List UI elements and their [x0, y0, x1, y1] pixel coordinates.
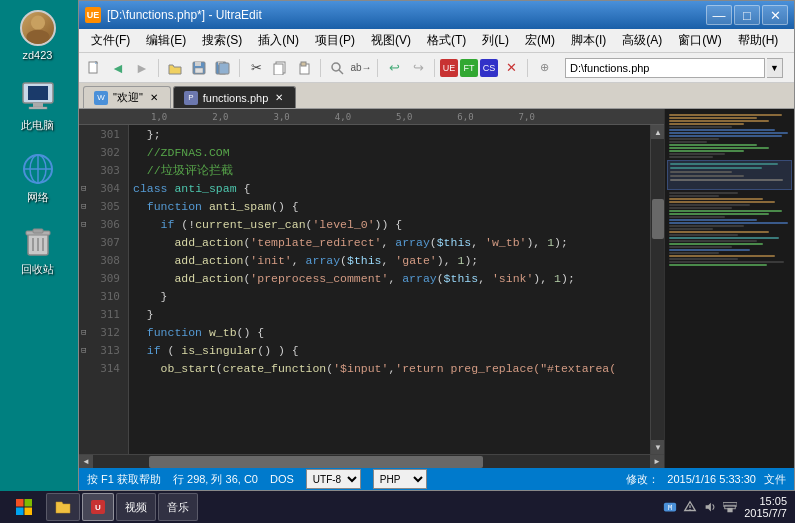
- taskbar-music[interactable]: 音乐: [158, 493, 198, 521]
- toolbar-replace-btn[interactable]: ab→: [350, 57, 372, 79]
- editor-main[interactable]: 1,0 2,0 3,0 4,0 5,0 6,0 7,0 301 302 303: [79, 109, 664, 468]
- status-help: 按 F1 获取帮助: [87, 472, 161, 487]
- toolbar-ue2-btn[interactable]: FT: [460, 59, 478, 77]
- mini-line-40: [669, 264, 767, 266]
- scroll-thumb[interactable]: [652, 199, 664, 239]
- network-icon: [20, 151, 56, 187]
- mini-line-v1: [670, 163, 778, 165]
- menu-column[interactable]: 列(L): [474, 30, 517, 51]
- toolbar-open-btn[interactable]: [164, 57, 186, 79]
- toolbar-paste-btn[interactable]: [293, 57, 315, 79]
- desktop-icons: zd423 此电脑: [0, 0, 75, 523]
- mini-line-3: [669, 120, 769, 122]
- toolbar-copy-btn[interactable]: [269, 57, 291, 79]
- mini-line-38: [669, 258, 738, 260]
- maximize-button[interactable]: □: [734, 5, 760, 25]
- toolbar-redo-btn[interactable]: ↪: [407, 57, 429, 79]
- tab-welcome[interactable]: W "欢迎" ✕: [83, 86, 171, 108]
- mini-line-36: [669, 252, 719, 254]
- hscroll-right-btn[interactable]: ►: [650, 455, 664, 469]
- menu-format[interactable]: 格式(T): [419, 30, 474, 51]
- svg-rect-26: [274, 64, 283, 75]
- horizontal-scrollbar[interactable]: ◄ ►: [79, 454, 664, 468]
- scroll-track[interactable]: [651, 139, 664, 440]
- toolbar-find-btn[interactable]: [326, 57, 348, 79]
- pc-icon: [20, 79, 56, 115]
- taskbar-ultraedit[interactable]: U: [82, 493, 114, 521]
- menu-help[interactable]: 帮助(H): [730, 30, 787, 51]
- mini-line-35: [669, 249, 750, 251]
- vertical-scrollbar[interactable]: ▲ ▼: [650, 125, 664, 454]
- menu-window[interactable]: 窗口(W): [670, 30, 729, 51]
- mini-line-24: [669, 216, 725, 218]
- toolbar-forward-btn[interactable]: ►: [131, 57, 153, 79]
- hscroll-track[interactable]: [93, 455, 650, 469]
- mini-line-17: [669, 195, 719, 197]
- minimap: [664, 109, 794, 468]
- tray-icon-speaker[interactable]: [702, 499, 718, 515]
- tray-icon-network-tray[interactable]: [722, 499, 738, 515]
- taskbar-video[interactable]: 视频: [116, 493, 156, 521]
- menu-project[interactable]: 项目(P): [307, 30, 363, 51]
- taskbar-file-manager[interactable]: [46, 493, 80, 521]
- toolbar-ue3-btn[interactable]: CS: [480, 59, 498, 77]
- system-clock[interactable]: 15:05 2015/7/7: [744, 495, 787, 519]
- mini-line-9: [669, 138, 719, 140]
- mini-line-16: [669, 192, 738, 194]
- path-dropdown-btn[interactable]: ▼: [767, 58, 783, 78]
- start-button[interactable]: [4, 493, 44, 521]
- toolbar-delete-btn[interactable]: ✕: [500, 57, 522, 79]
- svg-rect-24: [219, 63, 229, 74]
- desktop-icon-user[interactable]: zd423: [5, 10, 70, 61]
- status-syntax-dropdown[interactable]: PHP HTML CSS JS: [373, 469, 427, 489]
- toolbar-ue1-btn[interactable]: UE: [440, 59, 458, 77]
- desktop-icon-pc[interactable]: 此电脑: [5, 79, 70, 133]
- clock-time: 15:05: [744, 495, 787, 507]
- mini-line-21: [669, 207, 732, 209]
- tab-functions-php[interactable]: P functions.php ✕: [173, 86, 296, 108]
- toolbar-save-btn[interactable]: [188, 57, 210, 79]
- mini-line-25: [669, 219, 757, 221]
- status-encoding-dropdown[interactable]: UTF-8 GBK ASCII: [306, 469, 361, 489]
- toolbar-undo-btn[interactable]: ↩: [383, 57, 405, 79]
- desktop-icon-trash[interactable]: 回收站: [5, 223, 70, 277]
- toolbar-new-btn[interactable]: [83, 57, 105, 79]
- php-tab-close[interactable]: ✕: [273, 92, 285, 104]
- menu-advanced[interactable]: 高级(A): [614, 30, 670, 51]
- code-line-313: if ( is_singular() ) {: [133, 341, 650, 359]
- hscroll-thumb[interactable]: [149, 456, 483, 468]
- code-container[interactable]: 301 302 303 304 305 306 307 308 309 310 …: [79, 125, 664, 454]
- mini-line-29: [669, 231, 769, 233]
- menu-script[interactable]: 脚本(I): [563, 30, 614, 51]
- code-lines[interactable]: }; //ZDFNAS.COM //垃圾评论拦截 class anti_s: [129, 125, 650, 454]
- toolbar-sep-3: [320, 59, 321, 77]
- line-307: 307: [79, 233, 128, 251]
- desktop-icon-network[interactable]: 网络: [5, 151, 70, 205]
- menu-search[interactable]: 搜索(S): [194, 30, 250, 51]
- toolbar-cut-btn[interactable]: ✂: [245, 57, 267, 79]
- mini-line-11: [669, 144, 757, 146]
- tray-icon-notification[interactable]: [682, 499, 698, 515]
- svg-point-39: [689, 509, 690, 510]
- toolbar-back-btn[interactable]: ◄: [107, 57, 129, 79]
- scroll-down-btn[interactable]: ▼: [651, 440, 664, 454]
- menu-file[interactable]: 文件(F): [83, 30, 138, 51]
- menu-edit[interactable]: 编辑(E): [138, 30, 194, 51]
- toolbar-extra-btn[interactable]: ⊕: [533, 57, 555, 79]
- ultraedit-taskbar-icon: U: [91, 500, 105, 514]
- line-numbers: 301 302 303 304 305 306 307 308 309 310 …: [79, 125, 129, 454]
- close-button[interactable]: ✕: [762, 5, 788, 25]
- scroll-up-btn[interactable]: ▲: [651, 125, 664, 139]
- code-line-311: }: [133, 305, 650, 323]
- status-line-ending: DOS: [270, 473, 294, 485]
- menu-macro[interactable]: 宏(M): [517, 30, 563, 51]
- hscroll-left-btn[interactable]: ◄: [79, 455, 93, 469]
- code-line-303: //垃圾评论拦截: [133, 161, 650, 179]
- menu-view[interactable]: 视图(V): [363, 30, 419, 51]
- line-302: 302: [79, 143, 128, 161]
- welcome-tab-close[interactable]: ✕: [148, 92, 160, 104]
- menu-insert[interactable]: 插入(N): [250, 30, 307, 51]
- minimize-button[interactable]: —: [706, 5, 732, 25]
- menu-bar: 文件(F) 编辑(E) 搜索(S) 插入(N) 项目(P) 视图(V) 格式(T…: [79, 29, 794, 53]
- toolbar-saveall-btn[interactable]: [212, 57, 234, 79]
